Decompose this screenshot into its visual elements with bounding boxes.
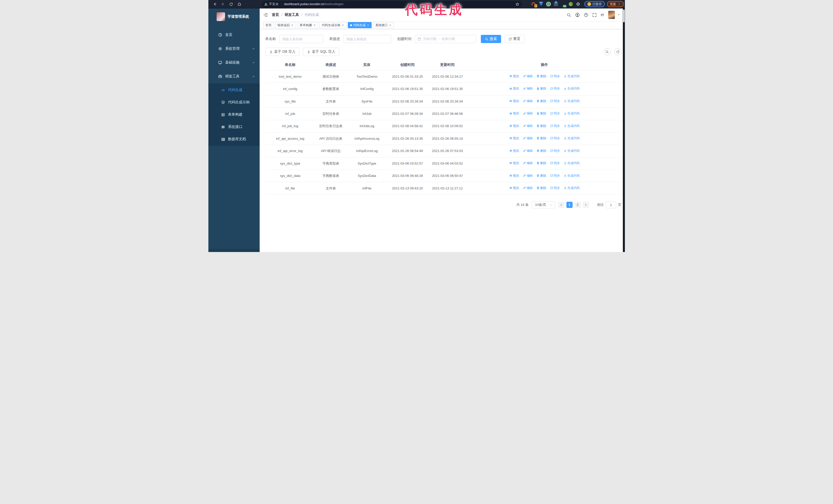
sidebar-item-infra[interactable]: 基础设施 [208, 56, 260, 70]
preview-link[interactable]: 预览 [509, 86, 519, 91]
reset-button[interactable]: 重置 [504, 35, 525, 43]
collapse-sidebar-icon[interactable] [263, 13, 268, 17]
breadcrumb-home[interactable]: 首页 [272, 13, 279, 17]
sidebar-item-db-doc[interactable]: 数据库文档 [208, 133, 260, 145]
generate-code-link[interactable]: 生成代码 [564, 86, 580, 91]
generate-code-link[interactable]: 生成代码 [564, 173, 580, 178]
bookmark-star-icon[interactable] [516, 2, 519, 6]
preview-link[interactable]: 预览 [509, 136, 519, 141]
generate-code-link[interactable]: 生成代码 [564, 99, 580, 103]
sidebar-collapse-bar[interactable] [208, 249, 260, 252]
delete-link[interactable]: 删除 [537, 74, 546, 79]
tab-close-icon[interactable]: × [389, 24, 391, 27]
generate-code-link[interactable]: 生成代码 [564, 148, 580, 153]
prev-page-button[interactable] [558, 202, 564, 208]
browser-back-icon[interactable] [212, 1, 218, 7]
delete-link[interactable]: 删除 [537, 99, 546, 103]
delete-link[interactable]: 删除 [537, 124, 546, 128]
delete-link[interactable]: 删除 [537, 86, 546, 91]
extension-on-icon[interactable] [561, 2, 566, 7]
sidebar-item-codegen[interactable]: 代码生成 [208, 84, 260, 96]
search-icon[interactable] [567, 13, 571, 17]
goto-page-input[interactable] [606, 201, 616, 209]
delete-link[interactable]: 删除 [537, 136, 546, 141]
profile-paused-button[interactable]: 已暂停 [585, 1, 605, 7]
browser-menu-icon[interactable]: ⋮ [618, 2, 621, 6]
sync-link[interactable]: 同步 [550, 186, 560, 190]
extensions-puzzle-icon[interactable] [576, 2, 581, 7]
generate-code-link[interactable]: 生成代码 [564, 186, 580, 190]
extension-orange-icon[interactable]: 1 [531, 2, 536, 7]
tab[interactable]: 链路追踪 × [275, 22, 296, 28]
sync-link[interactable]: 同步 [550, 124, 560, 128]
sync-link[interactable]: 同步 [550, 86, 560, 91]
extension-check-icon[interactable]: ✓ [546, 2, 551, 7]
generate-code-link[interactable]: 生成代码 [564, 136, 580, 141]
delete-link[interactable]: 删除 [537, 161, 546, 166]
edit-link[interactable]: 编辑 [523, 136, 533, 141]
generate-code-link[interactable]: 生成代码 [564, 111, 580, 116]
browser-home-icon[interactable] [237, 1, 242, 7]
preview-link[interactable]: 预览 [509, 124, 519, 128]
edit-link[interactable]: 编辑 [523, 74, 533, 79]
github-icon[interactable] [575, 13, 580, 17]
sidebar-item-codegen-example[interactable]: 代码生成示例 [208, 96, 260, 109]
edit-link[interactable]: 编辑 [523, 86, 533, 91]
preview-link[interactable]: 预览 [509, 99, 519, 103]
sync-link[interactable]: 同步 [550, 148, 560, 153]
import-sql-button[interactable]: 基于 SQL 导入 [303, 48, 339, 56]
extension-grid-icon[interactable] [553, 2, 558, 7]
sidebar-item-form-builder[interactable]: 表单构建 [208, 109, 260, 121]
refresh-table-button[interactable] [614, 48, 622, 55]
sync-link[interactable]: 同步 [550, 111, 560, 116]
table-desc-input[interactable] [343, 35, 391, 43]
table-name-input[interactable] [279, 35, 323, 43]
edit-link[interactable]: 编辑 [523, 186, 533, 190]
next-page-button[interactable] [583, 202, 589, 208]
preview-link[interactable]: 预览 [509, 111, 519, 116]
tab[interactable]: 代码生成 × [348, 22, 372, 28]
sidebar-item-devtools[interactable]: 研发工具 [208, 70, 260, 83]
preview-link[interactable]: 预览 [509, 148, 519, 153]
page-size-select[interactable]: 10条/页 [531, 201, 555, 209]
delete-link[interactable]: 删除 [537, 186, 546, 190]
preview-link[interactable]: 预览 [509, 186, 519, 190]
edit-link[interactable]: 编辑 [523, 161, 533, 166]
sync-link[interactable]: 同步 [550, 74, 560, 79]
app-logo[interactable]: 芋道管理系统 [208, 8, 260, 25]
scrollbar-thumb[interactable] [623, 9, 625, 22]
sync-link[interactable]: 同步 [550, 161, 560, 166]
generate-code-link[interactable]: 生成代码 [564, 124, 580, 128]
tab-close-icon[interactable]: × [313, 24, 316, 27]
sidebar-item-home[interactable]: 首页 [208, 28, 260, 42]
browser-reload-icon[interactable] [229, 1, 234, 7]
edit-link[interactable]: 编辑 [523, 124, 533, 128]
page-number-button[interactable]: 1 [567, 202, 573, 208]
preview-link[interactable]: 预览 [509, 173, 519, 178]
edit-link[interactable]: 编辑 [523, 148, 533, 153]
edit-link[interactable]: 编辑 [523, 99, 533, 103]
breadcrumb-section[interactable]: 研发工具 [285, 13, 299, 17]
sync-link[interactable]: 同步 [550, 173, 560, 178]
tab[interactable]: 表单构建 × [297, 22, 318, 28]
import-db-button[interactable]: 基于 DB 导入 [265, 48, 300, 56]
sync-link[interactable]: 同步 [550, 99, 560, 103]
help-icon[interactable] [584, 13, 588, 17]
sidebar-item-system[interactable]: 系统管理 [208, 42, 260, 56]
tab-close-icon[interactable]: × [367, 24, 369, 27]
sidebar-item-system-api[interactable]: 系统接口 [208, 121, 260, 133]
delete-link[interactable]: 删除 [537, 173, 546, 178]
font-size-icon[interactable]: tT [601, 13, 604, 17]
delete-link[interactable]: 删除 [537, 111, 546, 116]
sync-link[interactable]: 同步 [550, 136, 560, 141]
address-bar[interactable]: 不安全 dashboard.yudao.iocoder.cn/tool/code… [262, 1, 522, 7]
edit-link[interactable]: 编辑 [523, 173, 533, 178]
tab-close-icon[interactable]: × [291, 24, 294, 27]
tab[interactable]: 首页 [263, 22, 274, 28]
toggle-search-button[interactable] [603, 48, 611, 55]
extension-gem-icon[interactable] [539, 2, 544, 7]
search-button[interactable]: 搜索 [481, 35, 501, 43]
extension-key-icon[interactable] [568, 2, 573, 7]
tab-close-icon[interactable]: × [341, 24, 344, 27]
generate-code-link[interactable]: 生成代码 [564, 74, 580, 79]
